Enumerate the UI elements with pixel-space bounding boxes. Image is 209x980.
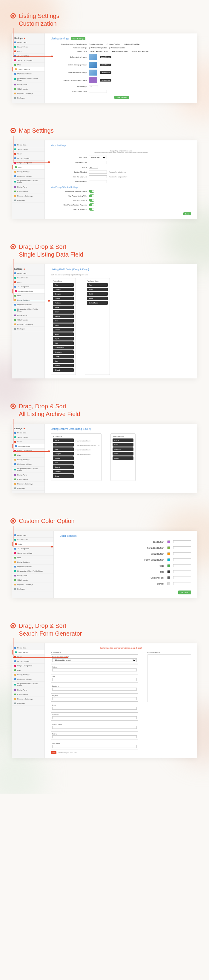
sidebar-item[interactable]: Single Listing Data <box>12 664 44 668</box>
sidebar-item[interactable]: Registration / User Profile Fields <box>12 307 44 313</box>
sidebar-item[interactable]: Packages <box>12 587 54 592</box>
color-swatch[interactable] <box>167 546 170 549</box>
sidebar-item[interactable]: Payment Gateways <box>12 697 44 701</box>
search-field[interactable]: Custom Fields <box>51 722 138 730</box>
radio-option[interactable]: When Searches of listing <box>89 51 108 52</box>
sidebar-item[interactable]: Single Listing Data <box>12 551 54 555</box>
sidebar-item[interactable]: My Account Menu <box>12 462 44 466</box>
sidebar-item[interactable]: CSV Importer <box>12 189 44 194</box>
search-field[interactable]: Date Range <box>51 741 138 749</box>
sidebar-item[interactable]: Listing Settings <box>12 673 44 677</box>
sidebar-item[interactable]: Payment Gateways <box>12 194 44 198</box>
sidebar-item[interactable]: Registration / User Profile Fields <box>12 76 44 83</box>
sidebar-item[interactable]: Map <box>12 453 44 458</box>
sidebar-item[interactable]: All Listing Data <box>12 547 54 551</box>
drag-item[interactable]: Category <box>53 452 74 455</box>
drag-item[interactable]: Video <box>87 288 108 291</box>
sidebar-item[interactable]: Listing Form <box>12 313 44 318</box>
sidebar-item[interactable]: My Account Menu <box>12 565 54 569</box>
sidebar-item[interactable]: Packages <box>12 198 44 203</box>
sidebar-item[interactable]: My Account Menu <box>12 302 44 307</box>
sidebar-item[interactable]: Listing Settings <box>12 458 44 462</box>
color-swatch[interactable] <box>167 582 170 585</box>
radio-option[interactable]: Archive with Pagination <box>89 47 106 49</box>
color-input[interactable] <box>173 558 191 561</box>
color-input[interactable] <box>173 564 191 567</box>
color-swatch[interactable] <box>167 540 170 543</box>
field-input[interactable] <box>52 726 137 729</box>
sidebar-item[interactable]: Payment Gateways <box>12 482 44 486</box>
lon-input[interactable] <box>89 175 107 178</box>
radio-option[interactable]: After Headline of listing <box>110 51 128 52</box>
drag-item[interactable]: Condition <box>53 288 74 291</box>
sidebar-item[interactable]: Packages <box>12 96 44 100</box>
sidebar-item[interactable]: Registration / User Profile Fields <box>12 466 44 473</box>
toggle[interactable] <box>89 194 94 197</box>
drag-item[interactable]: Share <box>53 332 74 336</box>
sidebar-item[interactable]: Listing Form <box>12 83 44 87</box>
sidebar-item[interactable]: My Account Menu <box>12 72 44 76</box>
per-page-input[interactable] <box>89 85 98 88</box>
sidebar-item[interactable]: CSV Importer <box>12 318 44 322</box>
drag-item[interactable]: Author <box>87 297 108 300</box>
sidebar-item[interactable]: Map <box>12 555 54 560</box>
sidebar-item[interactable]: Registration / User Profile Fields <box>12 682 44 688</box>
drag-item[interactable]: Condition <box>112 447 133 451</box>
search-field[interactable]: Keyword <box>51 693 138 702</box>
drag-item[interactable]: Reviews <box>53 364 74 368</box>
drag-item[interactable]: Category <box>53 292 74 296</box>
color-swatch[interactable] <box>167 576 170 579</box>
drag-item[interactable]: Email <box>112 443 133 447</box>
color-input[interactable] <box>173 576 191 579</box>
search-field[interactable]: Rating <box>51 732 138 740</box>
drag-item[interactable]: Date <box>53 319 74 323</box>
drag-item[interactable]: Title <box>53 443 74 447</box>
drag-item[interactable]: Location <box>53 457 74 460</box>
color-input[interactable] <box>173 546 191 549</box>
drag-item[interactable]: Phone <box>112 439 133 442</box>
available-drop-zone[interactable] <box>147 654 191 702</box>
field-input[interactable] <box>52 745 137 748</box>
field-input[interactable] <box>52 716 137 719</box>
color-swatch[interactable] <box>167 564 170 567</box>
drag-item[interactable]: Features <box>53 470 74 473</box>
sidebar-item[interactable]: Payment Gateways <box>12 582 54 587</box>
drag-item[interactable]: Price <box>53 283 74 287</box>
drag-item[interactable]: Website <box>53 315 74 318</box>
sidebar-item[interactable]: All Listing Data <box>12 659 44 664</box>
drag-item[interactable]: Email <box>53 310 74 313</box>
sidebar-item-active[interactable]: Map <box>12 165 44 170</box>
drag-item[interactable]: Gallery <box>53 355 74 358</box>
add-button[interactable]: Add <box>51 751 56 754</box>
sidebar-item[interactable]: Map <box>12 63 44 67</box>
drag-item[interactable]: Description <box>53 350 74 354</box>
drag-item[interactable]: Related <box>53 368 74 372</box>
condition-dropdown[interactable]: Select condition content <box>52 658 137 662</box>
sidebar-item[interactable]: Packages <box>12 327 44 331</box>
search-field[interactable]: Price <box>51 703 138 711</box>
radio-option[interactable]: Listing - Top Map <box>106 43 122 45</box>
field-input[interactable] <box>52 735 137 738</box>
save-button[interactable]: Save <box>183 212 191 215</box>
upload-button[interactable]: Upload Image <box>100 56 111 58</box>
field-input[interactable] <box>52 707 137 710</box>
sidebar-item[interactable]: CSV Importer <box>12 692 44 697</box>
upload-button[interactable]: Upload Image <box>100 72 111 74</box>
sidebar-item[interactable]: Map <box>12 668 44 673</box>
drag-item[interactable]: Phone <box>53 305 74 309</box>
drag-item[interactable]: Social <box>87 292 108 296</box>
drag-item[interactable]: Features <box>53 301 74 305</box>
save-button-bottom[interactable]: Save Settings <box>114 96 129 99</box>
field-input[interactable] <box>52 687 137 690</box>
drag-item[interactable]: Author <box>112 457 133 460</box>
sidebar-item[interactable]: Listing Form <box>12 573 54 578</box>
drag-item[interactable]: Print <box>53 341 74 345</box>
sidebar-item[interactable]: CSV Importer <box>12 578 54 582</box>
drag-item[interactable]: Custom Fields <box>53 346 74 350</box>
search-field[interactable]: Condition <box>51 713 138 721</box>
radio-option[interactable]: Listing + Left Map <box>89 43 104 45</box>
drag-item[interactable]: Tags <box>87 283 108 287</box>
update-button[interactable]: Update <box>178 590 191 594</box>
toggle[interactable] <box>89 199 94 202</box>
drag-item[interactable]: Date <box>53 461 74 465</box>
